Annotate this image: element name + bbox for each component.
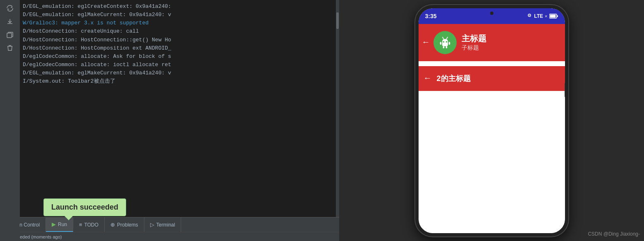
log-line-warning: W/Gralloc3: mapper 3.x is not supported xyxy=(23,19,336,27)
svg-rect-13 xyxy=(440,42,441,45)
toolbar1-title: 主标题 xyxy=(462,33,486,44)
toolbar1-avatar xyxy=(433,31,457,54)
app-toolbar1[interactable]: ← xyxy=(419,24,565,61)
lte-label: LTE xyxy=(534,13,543,19)
scrollbar-thumb xyxy=(336,12,339,29)
log-line-toolbar2: I/System.out: Toolbar2被点击了 xyxy=(23,77,336,86)
terminal-label: Terminal xyxy=(156,222,175,228)
log-line: D/EGL_emulation: eglCreateContext: 0x9a4… xyxy=(23,2,336,11)
svg-point-7 xyxy=(443,41,444,43)
todo-icon: ≡ xyxy=(79,222,82,228)
ide-sidebar xyxy=(0,0,20,241)
sidebar-icon-refresh[interactable] xyxy=(3,3,17,13)
sidebar-icon-download[interactable] xyxy=(3,17,17,26)
bottom-toolbar: Version Control ▶ Run ≡ TODO ⊕ Problems … xyxy=(0,217,339,232)
log-area: D/EGL_emulation: eglCreateContext: 0x9a4… xyxy=(0,0,339,217)
toolbar1-subtitle: 子标题 xyxy=(462,44,486,52)
phone-device: 3:35 LTE × xyxy=(415,5,568,236)
battery-icon xyxy=(549,14,558,19)
todo-label: TODO xyxy=(84,222,98,228)
phone-panel: 3:35 LTE × xyxy=(339,0,644,241)
toolbar1-text: 主标题 子标题 xyxy=(462,33,486,52)
svg-rect-5 xyxy=(557,15,558,17)
svg-point-2 xyxy=(529,15,530,16)
svg-rect-0 xyxy=(7,33,12,38)
ide-panel: D/EGL_emulation: eglCreateContext: 0x9a4… xyxy=(0,0,339,241)
svg-rect-14 xyxy=(448,42,450,45)
sidebar-icon-delete[interactable] xyxy=(3,43,17,53)
scrollbar[interactable] xyxy=(336,0,339,217)
log-line: D/eglCodecCommon: allocate: ioctl alloca… xyxy=(23,61,336,69)
toolbar-item-problems[interactable]: ⊕ Problems xyxy=(105,217,144,232)
svg-rect-12 xyxy=(445,46,447,48)
svg-rect-4 xyxy=(550,14,555,17)
app-toolbar2[interactable]: ← 2的主标题 xyxy=(419,66,565,91)
log-line: D/EGL_emulation: eglMakeCurrent: 0x9a41a… xyxy=(23,11,336,19)
phone-camera xyxy=(490,12,493,15)
phone-time: 3:35 xyxy=(425,13,437,19)
location-icon xyxy=(527,13,532,19)
android-logo xyxy=(436,34,454,51)
status-bar: h succeeded (moments ago) xyxy=(0,232,339,241)
launch-tooltip-container: Launch succeeded xyxy=(43,198,126,216)
phone-side-buttons xyxy=(565,83,566,97)
toolbar-item-todo[interactable]: ≡ TODO xyxy=(73,217,105,232)
watermark: CSDN @Ding Jiaxiong- xyxy=(588,231,640,237)
power-button[interactable] xyxy=(565,83,566,97)
app-content xyxy=(419,91,565,233)
phone-status-bar: 3:35 LTE × xyxy=(419,8,565,24)
toolbar2-title: 2的主标题 xyxy=(437,74,471,84)
log-line: D/eglCodecCommon: allocate: Ask for bloc… xyxy=(23,52,336,61)
run-icon: ▶ xyxy=(52,221,56,227)
problems-label: Problems xyxy=(117,222,138,228)
run-label: Run xyxy=(58,222,67,227)
svg-rect-11 xyxy=(443,46,444,48)
signal-x: × xyxy=(545,14,547,19)
log-line: D/EGL_emulation: eglMakeCurrent: 0x9a41a… xyxy=(23,69,336,77)
toolbar1-back-button[interactable]: ← xyxy=(424,38,429,47)
log-line: D/HostConnection: HostConnection::get() … xyxy=(23,36,336,44)
white-separator xyxy=(419,61,565,66)
log-line: D/HostConnection: HostComposition ext AN… xyxy=(23,44,336,52)
terminal-icon: ▷ xyxy=(150,222,154,228)
phone-status-icons: LTE × xyxy=(527,13,558,19)
svg-point-8 xyxy=(445,41,447,43)
toolbar-item-terminal[interactable]: ▷ Terminal xyxy=(144,217,181,232)
phone-screen: 3:35 LTE × xyxy=(419,8,565,233)
problems-icon: ⊕ xyxy=(110,222,115,228)
toolbar2-back-button[interactable]: ← xyxy=(425,74,430,83)
log-line: D/HostConnection: createUnique: call xyxy=(23,27,336,36)
sidebar-icon-copy[interactable] xyxy=(3,30,17,40)
launch-tooltip: Launch succeeded xyxy=(43,198,126,216)
